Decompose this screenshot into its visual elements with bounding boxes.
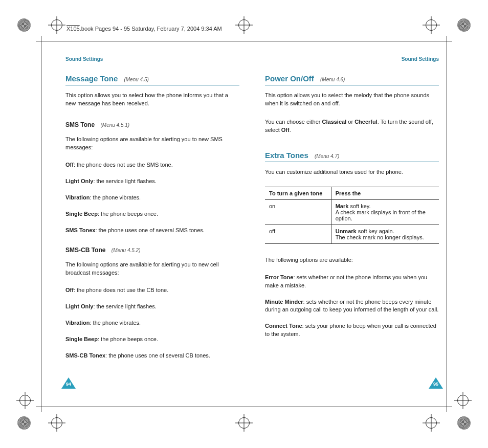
book-filename: X105 xyxy=(66,26,80,32)
section-message-tone: Message Tone (Menu 4.5) xyxy=(65,74,239,85)
section-menu-ref: (Menu 4.7) xyxy=(315,153,339,159)
subsection-intro: The following options are available for … xyxy=(65,136,239,152)
tone-table: To turn a given tone Press the on Mark s… xyxy=(265,187,439,244)
table-row: on Mark soft key. A check mark displays … xyxy=(265,199,439,225)
page-right: Sound Settings Power On/Off (Menu 4.6) T… xyxy=(265,56,439,392)
option-item: Vibration: the phone vibrates. xyxy=(65,319,239,327)
option-item: Vibration: the phone vibrates. xyxy=(65,194,239,202)
subsection-menu-ref: (Menu 4.5.1) xyxy=(100,122,129,128)
crop-line-bottom xyxy=(36,407,452,407)
section-menu-ref: (Menu 4.6) xyxy=(320,77,345,82)
section-extra-tones: Extra Tones (Menu 4.7) xyxy=(265,151,439,162)
reg-sunburst-br xyxy=(457,416,471,430)
section-title-text: Message Tone xyxy=(65,74,118,83)
subsection-menu-ref: (Menu 4.5.2) xyxy=(112,248,141,253)
table-header-cell: Press the xyxy=(331,187,439,199)
section-body: You can choose either Classical or Cheer… xyxy=(265,118,439,135)
option-item: Single Beep: the phone beeps once. xyxy=(65,335,239,344)
section-title-text: Extra Tones xyxy=(265,151,308,160)
table-cell: Mark soft key. A check mark displays in … xyxy=(331,199,439,225)
section-body: The following options are available: xyxy=(265,256,439,264)
reg-sunburst-tl xyxy=(17,18,31,32)
subsection-sms-tone: SMS Tone (Menu 4.5.1) xyxy=(65,121,239,128)
crop-line-top xyxy=(36,41,452,41)
page-left: Sound Settings Message Tone (Menu 4.5) T… xyxy=(65,56,239,392)
option-item: Light Only: the service light flashes. xyxy=(65,303,239,311)
book-header-text: .book Pages 94 - 95 Saturday, February 7… xyxy=(80,26,222,32)
framemaker-header: X105.book Pages 94 - 95 Saturday, Februa… xyxy=(66,26,222,32)
crosshair-bot-right xyxy=(426,417,437,429)
section-menu-ref: (Menu 4.5) xyxy=(124,77,148,82)
subsection-title-text: SMS-CB Tone xyxy=(65,247,105,254)
reg-sunburst-bl xyxy=(17,416,31,430)
option-item: Connect Tone: sets your phone to beep wh… xyxy=(265,322,439,339)
section-body: This option allows you to select the mel… xyxy=(265,92,439,108)
option-item: Single Beep: the phone beeps once. xyxy=(65,210,239,218)
subsection-title-text: SMS Tone xyxy=(65,121,95,128)
option-item: Minute Minder: sets whether or not the p… xyxy=(265,298,439,315)
table-header-row: To turn a given tone Press the xyxy=(265,187,439,199)
section-body: You can customize additional tones used … xyxy=(265,168,439,176)
page-number-left: 94 xyxy=(61,377,76,389)
crosshair-top-right xyxy=(426,19,437,31)
option-item: Light Only: the service light flashes. xyxy=(65,177,239,186)
option-item: Off: the phone does not use the SMS tone… xyxy=(65,161,239,169)
table-cell: Unmark soft key again. The check mark no… xyxy=(331,225,439,243)
reg-sunburst-tr xyxy=(457,18,471,32)
subsection-smscb-tone: SMS-CB Tone (Menu 4.5.2) xyxy=(65,247,239,254)
option-item: SMS-CB Tonex: the phone uses one of seve… xyxy=(65,352,239,360)
page-number-right: 95 xyxy=(429,377,443,389)
page-number-triangle-icon: 94 xyxy=(61,377,76,389)
subsection-intro: The following options are available for … xyxy=(65,261,239,277)
table-row: off Unmark soft key again. The check mar… xyxy=(265,225,439,243)
section-power-onoff: Power On/Off (Menu 4.6) xyxy=(265,74,439,85)
crosshair-top-mid xyxy=(238,19,250,31)
page-number-triangle-icon: 95 xyxy=(429,377,443,389)
section-title-text: Power On/Off xyxy=(265,74,314,83)
option-item: Off: the phone does not use the CB tone. xyxy=(65,286,239,295)
section-intro: This option allows you to select how the… xyxy=(65,92,239,108)
crosshair-bot-left xyxy=(51,417,62,429)
table-header-cell: To turn a given tone xyxy=(265,187,331,199)
table-cell: on xyxy=(265,199,331,225)
crop-line-right xyxy=(447,36,447,412)
option-item: Error Tone: sets whether or not the phon… xyxy=(265,274,439,290)
crosshair-left-side xyxy=(19,395,31,406)
option-item: SMS Tonex: the phone uses one of several… xyxy=(65,227,239,235)
running-head-left: Sound Settings xyxy=(65,56,239,62)
running-head-right: Sound Settings xyxy=(265,56,439,62)
crosshair-top-left xyxy=(51,19,62,31)
table-cell: off xyxy=(265,225,331,243)
crosshair-right-side xyxy=(457,395,469,406)
crosshair-bot-mid xyxy=(238,417,250,429)
crop-line-left xyxy=(41,36,41,412)
